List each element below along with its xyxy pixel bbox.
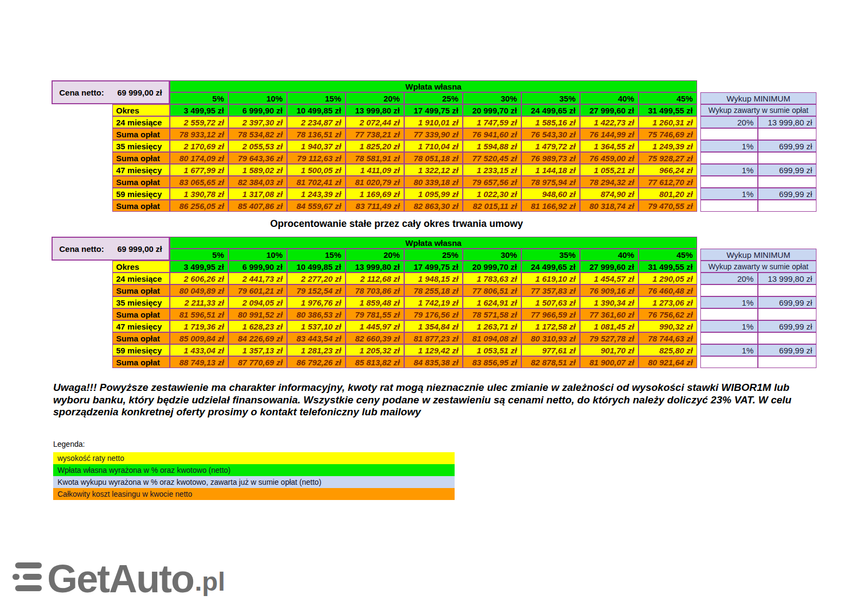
wykup-empty-cell — [700, 152, 758, 164]
rate-cell: 874,90 zł — [580, 188, 639, 200]
logo-dot — [12, 574, 20, 580]
rate-cell: 1 479,72 zł — [521, 140, 580, 152]
period-label: 24 miesiące — [112, 273, 170, 284]
rate-cell: 1 169,69 zł — [346, 188, 404, 200]
rate-cell: 1 594,88 zł — [463, 140, 521, 152]
legend-title: Legenda: — [53, 440, 455, 452]
rate-cell: 1 948,15 zł — [404, 273, 463, 284]
legend-item-yellow: wysokość raty netto — [53, 452, 455, 464]
percent-header: 15% — [287, 92, 346, 104]
rate-cell: 825,80 zł — [639, 344, 697, 356]
percent-header: 20% — [346, 92, 404, 104]
rate-cell: 1 055,21 zł — [580, 164, 639, 176]
rate-cell: 1 747,59 zł — [463, 116, 521, 128]
rate-cell: 1 281,23 zł — [287, 344, 346, 356]
wplata-amount-cell: 13 999,80 zł — [346, 261, 404, 273]
percent-header: 20% — [346, 249, 404, 261]
rate-cell: 1 322,12 zł — [404, 164, 463, 176]
rate-cell: 1 585,16 zł — [521, 116, 580, 128]
percent-header: 40% — [580, 249, 639, 261]
legend-item-orange: Całkowity koszt leasingu w kwocie netto — [53, 488, 455, 500]
sum-cell: 80 386,53 zł — [287, 308, 346, 320]
wplata-amount-cell: 27 999,60 zł — [580, 104, 639, 116]
sum-cell: 80 318,74 zł — [580, 200, 639, 212]
sum-cell: 77 738,21 zł — [346, 128, 404, 140]
rate-cell: 1 263,71 zł — [463, 320, 521, 332]
wykup-empty-cell — [758, 284, 816, 296]
rate-cell: 2 112,68 zł — [346, 273, 404, 284]
wykup-subheader: Wykup zawarty w sumie opłat — [700, 261, 816, 273]
wplata-amount-cell: 3 499,95 zł — [170, 104, 228, 116]
rate-cell: 1 364,55 zł — [580, 140, 639, 152]
period-label: 24 miesiące — [112, 116, 170, 128]
rate-cell: 1 433,04 zł — [170, 344, 228, 356]
rate-cell: 1 317,08 zł — [228, 188, 287, 200]
financing-table-top: Cena netto:69 999,00 złWpłata własna5%10… — [52, 80, 816, 212]
wykup-percent-cell: 1% — [700, 320, 758, 332]
okres-label: Okres — [112, 104, 170, 116]
sum-cell: 78 571,58 zł — [463, 308, 521, 320]
percent-header: 35% — [521, 92, 580, 104]
sum-cell: 78 703,86 zł — [346, 284, 404, 296]
okres-label: Okres — [112, 261, 170, 273]
rate-cell: 1 628,23 zł — [228, 320, 287, 332]
rate-cell: 2 170,69 zł — [170, 140, 228, 152]
wplata-amount-cell: 31 499,55 zł — [639, 261, 697, 273]
percent-header: 25% — [404, 92, 463, 104]
logo-bar-top — [15, 562, 42, 568]
period-label: 35 miesięcy — [112, 140, 170, 152]
wplata-amount-cell: 3 499,95 zł — [170, 261, 228, 273]
sum-cell: 79 152,54 zł — [287, 284, 346, 296]
rate-cell: 2 277,20 zł — [287, 273, 346, 284]
wplata-amount-cell: 20 999,70 zł — [463, 104, 521, 116]
wykup-percent-cell: 1% — [700, 140, 758, 152]
wykup-empty-cell — [758, 128, 816, 140]
sum-cell: 81 020,79 zł — [346, 176, 404, 188]
sum-cell: 78 051,18 zł — [404, 152, 463, 164]
sum-cell: 76 909,16 zł — [580, 284, 639, 296]
wplata-amount-cell: 17 499,75 zł — [404, 261, 463, 273]
sum-cell: 82 015,11 zł — [463, 200, 521, 212]
rate-cell: 1 825,20 zł — [346, 140, 404, 152]
rate-cell: 1 940,37 zł — [287, 140, 346, 152]
rate-cell: 1 233,15 zł — [463, 164, 521, 176]
cena-netto-box: Cena netto:69 999,00 zł — [52, 80, 170, 104]
sum-label: Suma opłat — [112, 308, 170, 320]
cena-netto-value: 69 999,00 zł — [117, 88, 162, 97]
wplata-amount-cell: 24 499,65 zł — [521, 104, 580, 116]
sum-cell: 85 009,84 zł — [170, 332, 228, 344]
rate-cell: 1 354,84 zł — [404, 320, 463, 332]
wykup-empty-cell — [700, 308, 758, 320]
wykup-empty-cell — [758, 308, 816, 320]
sum-cell: 77 357,83 zł — [521, 284, 580, 296]
rate-cell: 901,70 zł — [580, 344, 639, 356]
sum-cell: 84 559,67 zł — [287, 200, 346, 212]
wplata-amount-cell: 13 999,80 zł — [346, 104, 404, 116]
sum-cell: 80 174,09 zł — [170, 152, 228, 164]
wykup-amount-cell: 699,99 zł — [758, 344, 816, 356]
wplata-amount-cell: 10 499,85 zł — [287, 261, 346, 273]
wplata-amount-cell: 10 499,85 zł — [287, 104, 346, 116]
rate-cell: 1 053,51 zł — [463, 344, 521, 356]
rate-cell: 2 055,53 zł — [228, 140, 287, 152]
sum-cell: 76 460,48 zł — [639, 284, 697, 296]
sum-cell: 79 781,55 zł — [346, 308, 404, 320]
wykup-percent-cell: 20% — [700, 273, 758, 284]
wykup-amount-cell: 13 999,80 zł — [758, 273, 816, 284]
rate-cell: 990,32 zł — [639, 320, 697, 332]
rate-cell: 1 976,76 zł — [287, 296, 346, 308]
wykup-percent-cell: 1% — [700, 164, 758, 176]
cena-netto-box: Cena netto:69 999,00 zł — [52, 237, 170, 261]
rate-cell: 1 357,13 zł — [228, 344, 287, 356]
sum-cell: 81 877,23 zł — [404, 332, 463, 344]
sum-cell: 76 989,73 zł — [521, 152, 580, 164]
period-label: 59 miesięcy — [112, 344, 170, 356]
wykup-empty-cell — [700, 200, 758, 212]
sum-cell: 80 339,18 zł — [404, 176, 463, 188]
rate-cell: 1 172,58 zł — [521, 320, 580, 332]
sum-cell: 82 660,39 zł — [346, 332, 404, 344]
sum-cell: 76 543,30 zł — [521, 128, 580, 140]
period-label: 59 miesięcy — [112, 188, 170, 200]
wykup-empty-cell — [758, 332, 816, 344]
rate-cell: 1 719,36 zł — [170, 320, 228, 332]
